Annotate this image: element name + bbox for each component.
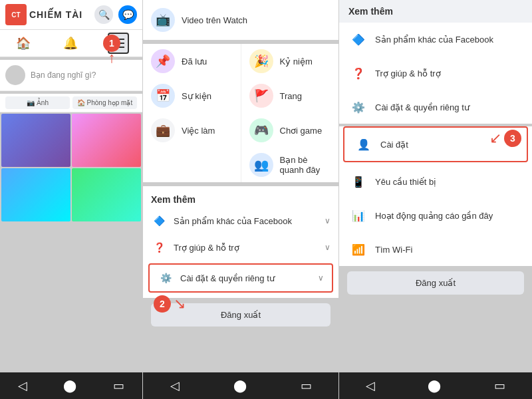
pages-icon: 🚩 — [249, 84, 273, 108]
home-btn-1[interactable]: ⬤ — [63, 378, 76, 393]
arrow3-left: ↙ — [489, 130, 501, 147]
panel3-see-more-title: Xem thêm — [348, 6, 393, 17]
video-watch-item[interactable]: 📺 Video trên Watch — [143, 3, 338, 37]
step1-indicator: 1 ↑ — [103, 35, 120, 65]
logo-area: CT CHIẾM TÀI — [5, 4, 82, 25]
recent-btn-3[interactable]: ▭ — [494, 378, 505, 393]
settings-privacy-item-3[interactable]: ⚙️ Cài đặt & quyền riêng tư — [339, 90, 532, 124]
panel1-bottom-nav: ◁ ⬤ ▭ — [0, 372, 142, 399]
chevron-2: ∨ — [325, 243, 331, 252]
settings-privacy-icon: ⚙️ — [158, 270, 174, 286]
step2-indicator: 2 ↘ — [154, 295, 186, 313]
feed-img-4[interactable] — [72, 168, 141, 221]
anniversary-icon: 🎉 — [249, 49, 273, 73]
jobs-label: Việc làm — [182, 126, 215, 136]
wifi-icon: 📶 — [348, 239, 368, 259]
other-products-label-3: Sản phẩm khác của Facebook — [375, 35, 493, 45]
search-icon-btn[interactable]: 🔍 — [94, 5, 113, 24]
recent-btn-2[interactable]: ▭ — [301, 378, 312, 393]
feed-img-3[interactable] — [1, 168, 70, 221]
video-watch-icon: 📺 — [151, 8, 175, 32]
feed-img-1[interactable] — [1, 114, 70, 167]
panel3-top-items: 🔷 Sản phẩm khác của Facebook ❓ Trợ giúp … — [339, 23, 532, 124]
events-icon: 📅 — [151, 84, 175, 108]
jobs-item[interactable]: 💼 Việc làm — [143, 113, 241, 148]
other-products-item[interactable]: 🔷 Sản phẩm khác của Facebook ∨ — [143, 207, 338, 234]
panel2-bottom-nav: ◁ ⬤ ▭ — [143, 372, 338, 399]
help-label-3: Trợ giúp & hỗ trợ — [375, 68, 441, 78]
post-box: Bạn đang nghĩ gì? — [0, 60, 142, 91]
messenger-icon-btn[interactable]: 💬 — [118, 5, 137, 24]
home-btn-2[interactable]: ⬤ — [233, 378, 247, 393]
arrow1-up: ↑ — [108, 51, 116, 65]
saved-label: Đã lưu — [182, 57, 207, 66]
video-watch-label: Video trên Watch — [182, 15, 247, 25]
logout-btn-3[interactable]: Đăng xuất — [347, 271, 524, 295]
back-btn-2[interactable]: ◁ — [170, 378, 180, 393]
events-label: Sự kiện — [182, 91, 211, 101]
games-icon: 🎮 — [249, 118, 273, 142]
settings-main-label: Cài đặt — [380, 140, 408, 150]
jobs-icon: 💼 — [151, 118, 175, 142]
panel1-header: CT CHIẾM TÀI 🔍 💬 — [0, 0, 142, 30]
device-request-label: Yêu cầu thiết bị — [375, 177, 436, 187]
step3-indicator: ↙ 3 — [489, 130, 521, 147]
meeting-quick-btn[interactable]: 🏠 Phòng họp mặt — [72, 96, 137, 109]
user-avatar — [5, 65, 25, 85]
fb-nav-bar: 🏠 🔔 — [0, 30, 142, 57]
ct-logo: CT — [5, 4, 27, 25]
help-item-3[interactable]: ❓ Trợ giúp & hỗ trợ — [339, 57, 532, 90]
other-products-icon-3: 🔷 — [348, 29, 368, 49]
settings-sub-items: 👤 Cài đặt 📱 Yêu cầu thiết bị 📊 Hoạt động… — [339, 126, 532, 266]
wifi-label: Tìm Wi-Fi — [375, 245, 412, 255]
settings-privacy-label-3: Cài đặt & quyền riêng tư — [375, 102, 469, 112]
chevron-3: ∨ — [318, 273, 324, 283]
device-request-item[interactable]: 📱 Yêu cầu thiết bị — [339, 165, 532, 198]
arrow2-right: ↘ — [174, 295, 186, 313]
chiemtai-title: CHIẾM TÀI — [29, 9, 82, 20]
see-more-section: Xem thêm 🔷 Sản phẩm khác của Facebook ∨ … — [143, 186, 338, 298]
video-watch-section: 📺 Video trên Watch — [143, 0, 338, 40]
anniversary-item[interactable]: 🎉 Kỷ niệm — [241, 44, 339, 78]
pages-label: Trang — [280, 91, 302, 101]
other-products-label: Sản phẩm khác của Facebook — [174, 216, 292, 226]
help-icon-3: ❓ — [348, 63, 368, 83]
nearby-friends-item[interactable]: 👥 Bạn bè quanh đây — [241, 148, 339, 182]
step3-badge: 3 — [504, 130, 521, 147]
menu-grid: 📌 Đã lưu 📅 Sự kiện 💼 Việc làm — [143, 44, 338, 182]
games-item[interactable]: 🎮 Chơi game — [241, 113, 339, 148]
settings-privacy-item[interactable]: ⚙️ Cài đặt & quyền riêng tư ∨ — [148, 263, 333, 293]
nearby-friends-icon: 👥 — [249, 153, 273, 177]
nearby-friends-label: Bạn bè quanh đây — [280, 155, 331, 175]
help-item[interactable]: ❓ Trợ giúp & hỗ trợ ∨ — [143, 234, 338, 261]
anniversary-label: Kỷ niệm — [280, 57, 313, 66]
settings-main-icon: 👤 — [354, 134, 374, 154]
ad-activity-icon: 📊 — [348, 205, 368, 225]
wifi-item[interactable]: 📶 Tìm Wi-Fi — [339, 233, 532, 266]
events-item[interactable]: 📅 Sự kiện — [143, 78, 241, 113]
see-more-title: Xem thêm — [143, 189, 338, 207]
feed-img-2[interactable] — [72, 114, 141, 167]
recent-btn-1[interactable]: ▭ — [113, 378, 124, 393]
help-label: Trợ giúp & hỗ trợ — [174, 243, 239, 253]
home-nav-icon[interactable]: 🏠 — [13, 33, 33, 53]
ad-activity-label: Hoạt động quảng cáo gần đây — [375, 211, 493, 221]
photo-quick-btn[interactable]: 📷 Ảnh — [5, 96, 70, 109]
other-products-icon: 🔷 — [151, 213, 167, 229]
panel3-bottom-nav: ◁ ⬤ ▭ — [339, 372, 532, 399]
pages-item[interactable]: 🚩 Trang — [241, 78, 339, 113]
bell-nav-icon[interactable]: 🔔 — [61, 33, 80, 53]
feed-images-grid — [0, 112, 142, 223]
help-icon: ❓ — [151, 239, 167, 255]
back-btn-1[interactable]: ◁ — [18, 378, 27, 393]
home-btn-3[interactable]: ⬤ — [428, 378, 441, 393]
device-request-icon: 📱 — [348, 172, 368, 192]
step2-badge: 2 — [154, 295, 171, 313]
settings-privacy-icon-3: ⚙️ — [348, 97, 368, 117]
saved-item[interactable]: 📌 Đã lưu — [143, 44, 241, 78]
post-placeholder: Bạn đang nghĩ gì? — [31, 70, 96, 80]
back-btn-3[interactable]: ◁ — [366, 378, 375, 393]
ad-activity-item[interactable]: 📊 Hoạt động quảng cáo gần đây — [339, 199, 532, 232]
other-products-item-3[interactable]: 🔷 Sản phẩm khác của Facebook — [339, 23, 532, 56]
settings-privacy-label: Cài đặt & quyền riêng tư — [180, 273, 275, 283]
